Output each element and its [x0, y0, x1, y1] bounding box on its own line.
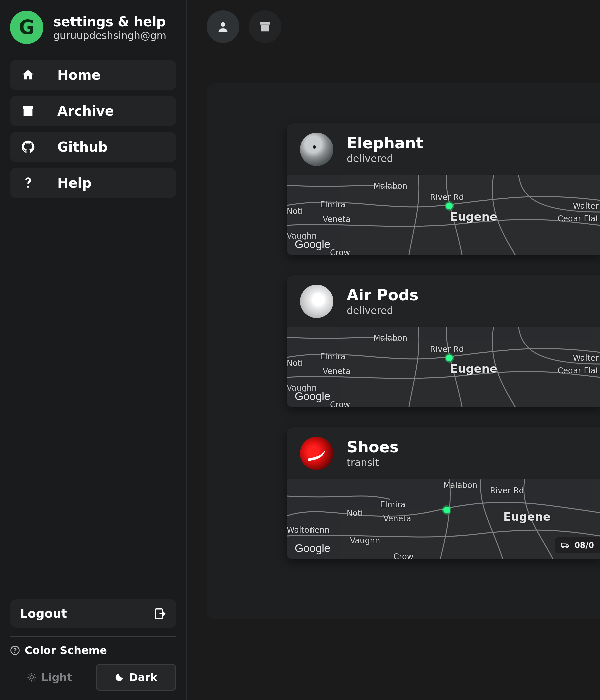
map-label: Vaughn: [350, 536, 380, 545]
nav-github-label: Github: [57, 139, 108, 155]
svg-point-2: [14, 652, 15, 653]
map-label: Malabon: [373, 181, 407, 191]
package-card-airpods[interactable]: Air Pods delivered: [287, 275, 600, 407]
sidebar: G settings & help guruupdeshsingh@gm Hom…: [0, 0, 187, 700]
map-label: Noti: [287, 359, 303, 368]
map-label: Noti: [347, 509, 363, 518]
map-city: Eugene: [503, 510, 551, 523]
card-title: Air Pods: [347, 286, 419, 304]
card-header: Shoes transit: [287, 427, 600, 479]
help-icon: [21, 176, 38, 190]
map-label: River Rd: [490, 486, 524, 495]
color-scheme-toggle: Light Dark: [10, 664, 176, 691]
nav-archive[interactable]: Archive: [10, 96, 176, 126]
profile-email: guruupdeshsingh@gm: [53, 30, 166, 41]
truck-icon: [561, 541, 570, 550]
archive-icon: [259, 20, 271, 33]
color-scheme-label: Color Scheme: [25, 644, 107, 657]
content-panel: Elephant delivered: [207, 83, 600, 619]
map-label: Veneta: [323, 215, 350, 224]
map-label: Walter: [573, 201, 599, 211]
package-card-elephant[interactable]: Elephant delivered: [287, 123, 600, 255]
nav-archive-label: Archive: [57, 103, 114, 119]
logout-button[interactable]: Logout: [10, 599, 176, 628]
scheme-dark-button[interactable]: Dark: [96, 664, 177, 691]
help-circle-icon: [10, 645, 20, 655]
map-label: Cedar Flat: [557, 366, 599, 375]
map-label: Noti: [287, 207, 303, 216]
map-city: Eugene: [450, 362, 497, 375]
card-map[interactable]: Malabon River Rd Elmira Noti Veneta Penn…: [287, 479, 600, 559]
card-header: Air Pods delivered: [287, 275, 600, 327]
nav-home-label: Home: [57, 67, 101, 83]
nav-help[interactable]: Help: [10, 168, 176, 198]
moon-icon: [114, 672, 124, 682]
card-text: Shoes transit: [347, 438, 399, 468]
svg-point-7: [566, 546, 568, 548]
package-thumb: [300, 133, 333, 166]
card-status: delivered: [347, 153, 423, 164]
topbar: [187, 0, 600, 53]
profile-info: settings & help guruupdeshsingh@gm: [53, 14, 166, 41]
map-label: Elmira: [320, 200, 345, 209]
scheme-light-label: Light: [41, 671, 72, 684]
date-text: 08/0: [574, 541, 594, 550]
map-label: Veneta: [323, 367, 350, 376]
svg-point-3: [30, 676, 33, 679]
person-icon: [216, 20, 230, 33]
card-title: Shoes: [347, 438, 399, 456]
svg-point-4: [221, 22, 225, 26]
divider: [10, 636, 176, 637]
scheme-dark-label: Dark: [129, 671, 157, 684]
map-pin: [446, 355, 453, 361]
card-map[interactable]: Malabon River Rd Elmira Noti Veneta Vaug…: [287, 175, 600, 255]
nav-github[interactable]: Github: [10, 132, 176, 162]
map-label: River Rd: [430, 193, 464, 202]
map-roads: [287, 479, 600, 559]
svg-point-6: [562, 546, 564, 548]
card-map[interactable]: Malabon River Rd Elmira Noti Veneta Vaug…: [287, 327, 600, 407]
map-label: Crow: [393, 552, 413, 559]
map-label: Elmira: [380, 500, 405, 509]
map-label: Elmira: [320, 352, 345, 361]
svg-rect-5: [561, 543, 566, 547]
profile: G settings & help guruupdeshsingh@gm: [10, 11, 176, 44]
package-thumb: [300, 437, 333, 470]
nav-help-label: Help: [57, 175, 92, 191]
avatar[interactable]: G: [10, 11, 43, 44]
map-attribution: Google: [295, 390, 330, 403]
map-city: Eugene: [450, 210, 497, 223]
home-icon: [21, 68, 38, 82]
card-text: Air Pods delivered: [347, 286, 419, 316]
sun-icon: [27, 672, 37, 682]
map-label: River Rd: [430, 345, 464, 354]
profile-tab-button[interactable]: [207, 10, 239, 43]
card-text: Elephant delivered: [347, 134, 423, 164]
color-scheme-label-row: Color Scheme: [10, 644, 176, 657]
nav-home[interactable]: Home: [10, 60, 176, 90]
map-attribution: Google: [295, 238, 330, 251]
map-label: Crow: [330, 400, 350, 407]
map-pin: [446, 203, 453, 209]
logout-icon: [154, 607, 166, 620]
card-header: Elephant delivered: [287, 123, 600, 175]
date-chip: 08/0: [555, 538, 600, 553]
map-label: Veneta: [383, 514, 411, 523]
scheme-light-button[interactable]: Light: [10, 664, 89, 691]
nav: Home Archive Github Help: [10, 60, 176, 198]
package-thumb: [300, 285, 333, 318]
content-area: Elephant delivered: [187, 53, 600, 700]
logout-label: Logout: [20, 607, 67, 620]
settings-title: settings & help: [53, 14, 166, 30]
map-label: Crow: [330, 248, 350, 255]
card-status: transit: [347, 457, 399, 468]
archive-icon: [21, 104, 38, 118]
archive-tab-button[interactable]: [249, 10, 281, 43]
map-pin: [443, 507, 450, 513]
map-label: Walton: [287, 525, 314, 535]
card-status: delivered: [347, 305, 419, 316]
map-attribution: Google: [295, 542, 330, 555]
map-label: Malabon: [443, 481, 477, 490]
package-card-shoes[interactable]: Shoes transit: [287, 427, 600, 559]
map-label: Cedar Flat: [557, 214, 599, 223]
